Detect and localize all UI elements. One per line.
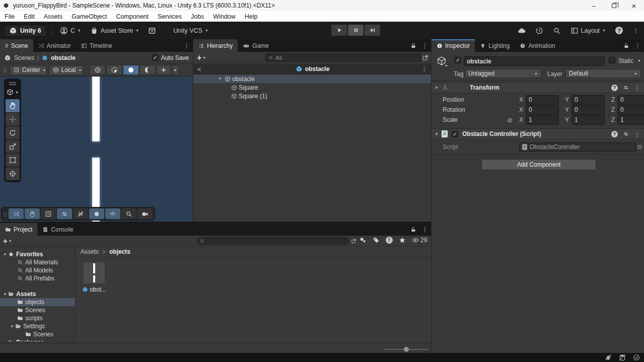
scene-kebab-icon[interactable]: ⋮ bbox=[183, 42, 190, 49]
debugger-detached-icon[interactable] bbox=[605, 354, 612, 361]
hierarchy-search-input[interactable] bbox=[275, 55, 418, 61]
scene-viewport[interactable]: ▼ || bbox=[0, 77, 193, 222]
prefab-kebab-icon[interactable]: ⋮ bbox=[421, 65, 427, 73]
rotation-y-input[interactable] bbox=[572, 106, 604, 114]
move-tool-button[interactable] bbox=[6, 113, 20, 126]
gameobject-name-input[interactable] bbox=[464, 57, 604, 65]
rotation-z-input[interactable] bbox=[618, 106, 644, 114]
create-dropdown[interactable]: + ▼ bbox=[3, 237, 12, 245]
tab-lighting[interactable]: Lighting bbox=[475, 39, 515, 52]
drag-handle-icon[interactable]: || bbox=[3, 67, 7, 73]
grid-visibility-button[interactable] bbox=[73, 208, 88, 219]
favorites-star-icon[interactable] bbox=[399, 237, 406, 244]
lock-icon[interactable] bbox=[410, 43, 416, 49]
foldout-icon[interactable]: ▼ bbox=[2, 252, 8, 257]
foldout-icon[interactable]: ▼ bbox=[9, 324, 15, 329]
rotation-x-input[interactable] bbox=[526, 106, 558, 114]
unlink-scale-icon[interactable]: ⊘ bbox=[507, 116, 513, 124]
asset-item-label[interactable]: obst... bbox=[80, 286, 108, 293]
tab-scene[interactable]: # Scene bbox=[0, 39, 33, 52]
orientation-dropdown[interactable]: Local ▼ bbox=[49, 65, 84, 75]
save-search-icon[interactable] bbox=[351, 238, 357, 244]
inspector-kebab-icon[interactable]: ⋮ bbox=[634, 42, 641, 49]
account-dropdown[interactable]: C ▼ bbox=[60, 27, 81, 35]
lighting-toggle[interactable] bbox=[106, 65, 122, 75]
foldout-icon[interactable]: ▼ bbox=[217, 77, 223, 81]
hierarchy-search[interactable] bbox=[265, 53, 421, 62]
audio-toggle[interactable] bbox=[139, 65, 156, 75]
tree-item-obstacle[interactable]: ▼ obstacle bbox=[193, 75, 432, 83]
tab-animator[interactable]: Animator bbox=[33, 39, 76, 52]
scene-search-button[interactable] bbox=[121, 208, 136, 219]
toolbar-kebab-icon[interactable]: ⋮ bbox=[632, 27, 639, 34]
script-object-field[interactable]: # ObstacleController bbox=[519, 142, 636, 152]
scale-z-input[interactable] bbox=[618, 116, 644, 124]
scale-x-input[interactable] bbox=[526, 116, 558, 124]
tab-game[interactable]: Game bbox=[238, 39, 274, 52]
gizmos-button[interactable] bbox=[89, 208, 104, 219]
tree-objects[interactable]: objects bbox=[0, 298, 75, 306]
tree-favorites[interactable]: ▼ Favorites bbox=[0, 250, 75, 258]
presets-icon[interactable] bbox=[623, 131, 629, 137]
hierarchy-kebab-icon[interactable]: ⋮ bbox=[421, 42, 428, 49]
auto-save-checkbox[interactable]: ✓ bbox=[152, 54, 159, 61]
asset-store-dropdown[interactable]: Asset Store ▼ bbox=[90, 27, 139, 35]
save-search-icon[interactable] bbox=[422, 54, 429, 61]
drag-handle-icon[interactable]: || bbox=[4, 211, 8, 217]
hidden-count-toggle[interactable]: 29 bbox=[412, 237, 427, 244]
settings-button[interactable] bbox=[57, 208, 72, 219]
chevron-down-icon[interactable]: ▼ bbox=[445, 64, 448, 67]
restore-button[interactable] bbox=[604, 0, 624, 11]
overlay-drag-handle[interactable] bbox=[6, 80, 20, 87]
unity-vcs-dropdown[interactable]: Unity VCS ▼ bbox=[173, 27, 208, 34]
cache-server-disabled-icon[interactable] bbox=[619, 354, 626, 361]
rect-tool-button[interactable] bbox=[6, 154, 20, 167]
position-x-input[interactable] bbox=[526, 96, 558, 104]
menu-file[interactable]: File bbox=[0, 13, 19, 20]
tab-inspector[interactable]: Inspector bbox=[432, 39, 475, 52]
search-icon[interactable] bbox=[553, 27, 561, 35]
foldout-icon[interactable]: ▼ bbox=[434, 132, 440, 136]
tree-settings[interactable]: ▼ Settings bbox=[0, 322, 75, 330]
asset-thumbnail-obstacle[interactable] bbox=[84, 262, 105, 283]
menu-edit[interactable]: Edit bbox=[19, 13, 39, 20]
tree-all-models[interactable]: All Models bbox=[0, 266, 75, 274]
help-icon[interactable]: ? bbox=[615, 27, 623, 34]
undo-history-icon[interactable] bbox=[535, 27, 543, 35]
breadcrumb-root[interactable]: Scenes bbox=[14, 54, 34, 61]
transform-header[interactable]: ▼ Transform ? ⋮ bbox=[432, 82, 644, 93]
pan-button[interactable] bbox=[25, 208, 40, 219]
draw-mode-toggle[interactable] bbox=[90, 65, 106, 75]
add-component-button[interactable]: Add Component bbox=[481, 159, 596, 170]
scale-tool-button[interactable] bbox=[6, 140, 20, 153]
project-kebab-icon[interactable]: ⋮ bbox=[421, 226, 428, 233]
menu-component[interactable]: Component bbox=[111, 13, 153, 20]
close-button[interactable]: × bbox=[624, 0, 644, 11]
tab-animation[interactable]: Animation bbox=[515, 39, 560, 52]
cloud-icon[interactable] bbox=[518, 27, 526, 35]
effects-dropdown[interactable]: ▼ bbox=[172, 65, 179, 75]
breadcrumb-current[interactable]: objects bbox=[109, 248, 130, 255]
tab-timeline[interactable]: Timeline bbox=[76, 39, 117, 52]
layout-dropdown[interactable]: Layout ▼ bbox=[570, 27, 606, 35]
play-button[interactable] bbox=[331, 25, 347, 36]
foldout-icon[interactable]: ▶ bbox=[2, 340, 8, 342]
breadcrumb-root[interactable]: Assets bbox=[81, 248, 99, 255]
component-kebab-icon[interactable]: ⋮ bbox=[634, 84, 640, 92]
position-z-input[interactable] bbox=[618, 96, 644, 104]
foldout-icon[interactable]: ▼ bbox=[2, 292, 8, 297]
tree-item-square-1[interactable]: Square (1) bbox=[193, 92, 432, 100]
filter-importance-icon[interactable]: ! bbox=[386, 237, 393, 244]
tree-all-materials[interactable]: All Materials bbox=[0, 258, 75, 266]
lock-open-icon[interactable] bbox=[410, 227, 416, 233]
menu-window[interactable]: Window bbox=[208, 13, 240, 20]
menu-services[interactable]: Services bbox=[153, 13, 186, 20]
shuffle-button[interactable] bbox=[9, 208, 24, 219]
tree-scripts[interactable]: scripts bbox=[0, 314, 75, 322]
help-icon[interactable]: ? bbox=[611, 85, 618, 91]
transform-tool-button[interactable] bbox=[6, 167, 20, 180]
prefab-back-button[interactable]: < bbox=[197, 65, 201, 73]
create-dropdown[interactable]: + ▼ bbox=[197, 53, 206, 62]
project-search-input[interactable] bbox=[206, 238, 346, 244]
foldout-icon[interactable]: ▼ bbox=[434, 86, 440, 90]
